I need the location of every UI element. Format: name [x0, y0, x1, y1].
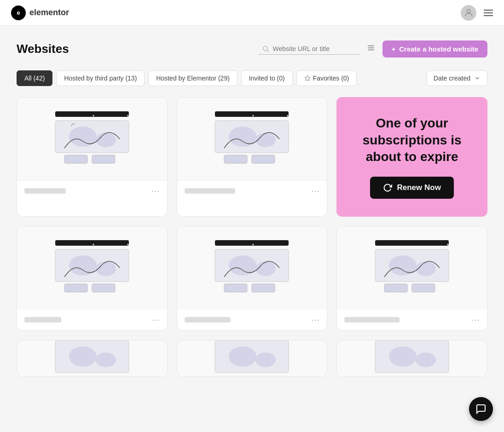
card-thumbnail: ✦ — [177, 226, 327, 309]
card-title — [24, 317, 61, 323]
svg-rect-42 — [384, 284, 407, 292]
svg-text:✦: ✦ — [92, 114, 95, 117]
card-footer: ⋯ — [177, 309, 327, 330]
svg-text:✦: ✦ — [127, 114, 129, 117]
card-title — [185, 317, 231, 323]
card-thumbnail — [177, 340, 327, 377]
list-view-icon[interactable] — [365, 42, 377, 56]
avatar[interactable] — [461, 5, 476, 21]
website-card[interactable]: ✦ ⋯ — [177, 226, 328, 331]
website-card[interactable]: ✦ ✦ ⋯ — [177, 97, 328, 217]
svg-rect-35 — [224, 284, 247, 292]
card-thumbnail: ✦ — [337, 226, 487, 309]
svg-point-51 — [229, 346, 256, 367]
filter-third-party[interactable]: Hosted by third party (13) — [56, 70, 145, 86]
card-menu-button[interactable]: ⋯ — [311, 316, 319, 324]
filter-invited[interactable]: Invited to (0) — [241, 70, 293, 86]
card-thumbnail: ✦ ✦ — [17, 226, 167, 309]
create-button-label: Create a hosted website — [399, 45, 478, 53]
svg-point-56 — [416, 352, 436, 367]
svg-point-47 — [69, 346, 97, 367]
renew-button-label: Renew Now — [397, 183, 440, 192]
svg-rect-43 — [412, 284, 435, 292]
website-card[interactable]: ✦ ✦ ⋯ — [17, 97, 168, 217]
card-footer: ⋯ — [177, 180, 327, 202]
page-title: Websites — [17, 42, 69, 56]
website-card[interactable] — [177, 340, 328, 377]
svg-text:✦: ✦ — [127, 243, 129, 246]
navbar-right — [461, 5, 493, 21]
svg-rect-11 — [64, 155, 87, 163]
page-header: Websites + Create a hosted website — [17, 40, 487, 58]
website-grid: ✦ ✦ ⋯ ✦ — [17, 97, 487, 377]
website-card[interactable]: ✦ ⋯ — [336, 226, 487, 331]
card-menu-button[interactable]: ⋯ — [151, 316, 160, 324]
promo-title: One of your subscriptions is about to ex… — [348, 115, 476, 165]
renew-now-button[interactable]: Renew Now — [370, 177, 453, 199]
svg-text:✦: ✦ — [92, 243, 95, 246]
logo-icon: e — [11, 6, 26, 20]
filter-row: All (42) Hosted by third party (13) Host… — [17, 70, 487, 86]
card-footer: ⋯ — [17, 309, 167, 330]
svg-text:✦: ✦ — [446, 243, 449, 246]
renew-icon — [383, 183, 392, 192]
star-icon — [304, 75, 311, 81]
svg-rect-28 — [92, 284, 115, 292]
subscription-promo-card: One of your subscriptions is about to ex… — [336, 97, 487, 217]
filter-favorites[interactable]: Favorites (0) — [296, 70, 357, 86]
svg-line-2 — [267, 50, 269, 52]
card-title — [185, 188, 235, 194]
filter-all[interactable]: All (42) — [17, 70, 52, 86]
svg-point-55 — [389, 346, 417, 367]
card-menu-button[interactable]: ⋯ — [311, 187, 319, 195]
website-card[interactable] — [336, 340, 487, 377]
card-footer: ⋯ — [337, 309, 487, 330]
card-menu-button[interactable]: ⋯ — [471, 316, 480, 324]
svg-text:✦: ✦ — [286, 114, 289, 117]
create-hosted-website-button[interactable]: + Create a hosted website — [382, 40, 488, 58]
logo-letter: e — [17, 9, 20, 16]
svg-rect-38 — [375, 240, 449, 246]
svg-marker-6 — [305, 75, 310, 81]
logo[interactable]: e elementor — [11, 6, 69, 20]
svg-rect-12 — [92, 155, 115, 163]
chevron-down-icon — [474, 75, 481, 81]
header-actions: + Create a hosted website — [258, 40, 488, 58]
plus-icon: + — [392, 45, 396, 53]
website-card[interactable] — [17, 340, 168, 377]
svg-text:✦: ✦ — [252, 243, 255, 246]
logo-text: elementor — [29, 8, 69, 17]
card-thumbnail: ✦ ✦ — [177, 98, 327, 180]
svg-rect-27 — [64, 284, 87, 292]
svg-text:✦: ✦ — [252, 114, 255, 117]
search-icon — [262, 45, 269, 52]
card-menu-button[interactable]: ⋯ — [151, 187, 160, 195]
filter-tabs: All (42) Hosted by third party (13) Host… — [17, 70, 357, 86]
card-footer: ⋯ — [17, 180, 167, 202]
svg-rect-36 — [252, 284, 275, 292]
card-thumbnail — [17, 340, 167, 377]
filter-elementor-hosted[interactable]: Hosted by Elementor (29) — [148, 70, 238, 86]
navbar: e elementor — [0, 0, 504, 26]
main-content: Websites + Create a hosted website — [0, 26, 504, 392]
svg-rect-20 — [252, 155, 275, 163]
hamburger-icon[interactable] — [484, 10, 493, 16]
card-title — [344, 317, 400, 323]
svg-point-0 — [467, 9, 470, 12]
sort-dropdown[interactable]: Date created — [427, 70, 487, 86]
search-box[interactable] — [258, 43, 359, 55]
sort-label: Date created — [434, 75, 470, 82]
svg-point-1 — [263, 46, 267, 51]
favorites-label: Favorites (0) — [313, 75, 349, 82]
card-thumbnail — [337, 340, 487, 377]
search-input[interactable] — [273, 45, 356, 52]
svg-point-48 — [96, 352, 116, 367]
svg-rect-19 — [224, 155, 247, 163]
svg-point-52 — [255, 352, 276, 367]
card-thumbnail: ✦ ✦ — [17, 98, 167, 180]
card-title — [24, 188, 66, 194]
website-card[interactable]: ✦ ✦ ⋯ — [17, 226, 168, 331]
